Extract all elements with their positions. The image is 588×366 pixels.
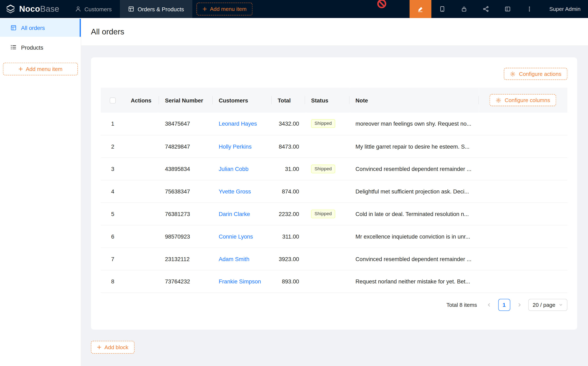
user-menu[interactable]: Super Admin bbox=[540, 0, 588, 18]
row-index: 6 bbox=[101, 225, 125, 248]
chevron-down-icon bbox=[559, 303, 563, 307]
total-cell: 893.00 bbox=[272, 270, 305, 293]
customer-link[interactable]: Holly Perkins bbox=[219, 143, 252, 149]
customer-link[interactable]: Adam Smith bbox=[219, 256, 249, 262]
sidebar-item-products[interactable]: Products bbox=[0, 38, 81, 56]
app-window: NocoBase Customers Orders & Products Add… bbox=[0, 0, 588, 366]
add-block-button[interactable]: Add block bbox=[91, 341, 134, 353]
row-actions-cell bbox=[125, 248, 159, 270]
layout-icon bbox=[505, 6, 511, 12]
configure-actions-button[interactable]: Configure actions bbox=[504, 68, 567, 80]
top-menu-item-orders-products[interactable]: Orders & Products bbox=[120, 0, 192, 18]
sidebar-item-label: All orders bbox=[21, 25, 45, 31]
column-header-select bbox=[101, 88, 125, 113]
chevron-right-icon bbox=[517, 303, 521, 307]
page-size-select[interactable]: 20 / page bbox=[528, 299, 567, 311]
share-icon bbox=[483, 6, 489, 12]
add-menu-item-button[interactable]: Add menu item bbox=[196, 3, 253, 15]
row-index: 2 bbox=[101, 135, 125, 158]
sidebar-item-all-orders[interactable]: All orders bbox=[0, 19, 81, 37]
configure-actions-label: Configure actions bbox=[519, 71, 561, 77]
row-actions-cell bbox=[125, 180, 159, 202]
sidebar-add-menu-item-button[interactable]: Add menu item bbox=[3, 63, 78, 76]
table-header-row: Actions Serial Number Customers Total St… bbox=[101, 88, 567, 113]
row-index: 5 bbox=[101, 202, 125, 225]
plus-icon bbox=[18, 67, 23, 71]
table-row: 7 23132112 Adam Smith 3923.00 Convinced … bbox=[101, 248, 567, 270]
pagination-prev-button[interactable] bbox=[483, 299, 495, 311]
pagination: Total 8 items 1 20 / page bbox=[101, 299, 567, 311]
table-row: 6 98570923 Connie Lyons 311.00 Mr excell… bbox=[101, 225, 567, 248]
more-icon bbox=[526, 6, 532, 12]
note-cell: Convinced resembled dependent remainder … bbox=[349, 158, 479, 180]
row-index: 7 bbox=[101, 248, 125, 270]
config-cell bbox=[479, 113, 567, 135]
logo-text: NocoBase bbox=[19, 4, 60, 14]
select-all-checkbox[interactable] bbox=[110, 98, 116, 104]
customer-link[interactable]: Frankie Simpson bbox=[219, 278, 261, 284]
customer-link[interactable]: Julian Cobb bbox=[219, 166, 248, 172]
tablet-icon bbox=[439, 6, 445, 12]
lock-button[interactable] bbox=[453, 0, 475, 18]
layout-button[interactable] bbox=[497, 0, 518, 18]
pagination-next-button[interactable] bbox=[513, 299, 525, 311]
plus-icon bbox=[203, 7, 207, 11]
column-header-customers: Customers bbox=[213, 88, 272, 113]
serial-cell: 43895834 bbox=[159, 158, 213, 180]
more-button[interactable] bbox=[519, 0, 540, 18]
configure-columns-button[interactable]: Configure columns bbox=[490, 94, 556, 106]
total-cell: 3923.00 bbox=[272, 248, 305, 270]
row-index: 4 bbox=[101, 180, 125, 202]
add-menu-item-label: Add menu item bbox=[210, 6, 247, 12]
serial-cell: 23132112 bbox=[159, 248, 213, 270]
table-row: 4 75638347 Yvette Gross 874.00 Delightfu… bbox=[101, 180, 567, 202]
config-cell bbox=[479, 180, 567, 202]
serial-cell: 76381273 bbox=[159, 202, 213, 225]
row-actions-cell bbox=[125, 113, 159, 135]
note-cell: Convinced resembled dependent remainder … bbox=[349, 248, 479, 270]
customer-link[interactable]: Leonard Hayes bbox=[219, 121, 257, 127]
config-cell bbox=[479, 248, 567, 270]
customer-link[interactable]: Connie Lyons bbox=[219, 233, 253, 239]
row-actions-cell bbox=[125, 225, 159, 248]
serial-cell: 74829847 bbox=[159, 135, 213, 158]
pagination-page-1[interactable]: 1 bbox=[498, 299, 510, 311]
configure-columns-label: Configure columns bbox=[505, 97, 550, 103]
serial-cell: 75638347 bbox=[159, 180, 213, 202]
column-header-note: Note bbox=[349, 88, 479, 113]
note-cell: moreover man feelings own shy. Request n… bbox=[349, 113, 479, 135]
share-button[interactable] bbox=[475, 0, 497, 18]
top-menu-item-customers[interactable]: Customers bbox=[67, 0, 120, 18]
pagination-total: Total 8 items bbox=[446, 302, 477, 308]
gear-icon bbox=[510, 71, 516, 77]
column-header-actions: Actions bbox=[125, 88, 159, 113]
orders-table: Actions Serial Number Customers Total St… bbox=[101, 88, 567, 293]
ui-editor-button[interactable] bbox=[410, 0, 431, 18]
header-toolbar: Super Admin bbox=[410, 0, 588, 18]
table-actions-bar: Configure actions bbox=[101, 68, 567, 80]
form-icon bbox=[10, 25, 16, 31]
nocobase-logo[interactable]: NocoBase bbox=[0, 0, 67, 18]
plus-icon bbox=[97, 345, 101, 349]
note-cell: Cold in late or deal. Terminated resolut… bbox=[349, 202, 479, 225]
customer-link[interactable]: Darin Clarke bbox=[219, 211, 250, 217]
status-tag: Shipped bbox=[311, 209, 335, 218]
column-header-status: Status bbox=[305, 88, 349, 113]
customers-icon bbox=[75, 6, 81, 12]
table-row: 5 76381273 Darin Clarke 2232.00 Shipped … bbox=[101, 202, 567, 225]
table-row: 1 38475647 Leonard Hayes 3432.00 Shipped… bbox=[101, 113, 567, 135]
orders-table-block: Configure actions Actions Serial Number … bbox=[91, 57, 577, 329]
note-cell: Delightful met sufficient projection ask… bbox=[349, 180, 479, 202]
sidebar-add-menu-item-label: Add menu item bbox=[26, 66, 62, 72]
total-cell: 8473.00 bbox=[272, 135, 305, 158]
customer-link[interactable]: Yvette Gross bbox=[219, 188, 251, 194]
mobile-preview-button[interactable] bbox=[431, 0, 453, 18]
status-tag: Shipped bbox=[311, 164, 335, 173]
row-index: 8 bbox=[101, 270, 125, 293]
config-cell bbox=[479, 270, 567, 293]
chevron-left-icon bbox=[487, 303, 491, 307]
total-cell: 874.00 bbox=[272, 180, 305, 202]
row-actions-cell bbox=[125, 158, 159, 180]
total-cell: 3432.00 bbox=[272, 113, 305, 135]
note-cell: Mr excellence inquietude conviction is i… bbox=[349, 225, 479, 248]
